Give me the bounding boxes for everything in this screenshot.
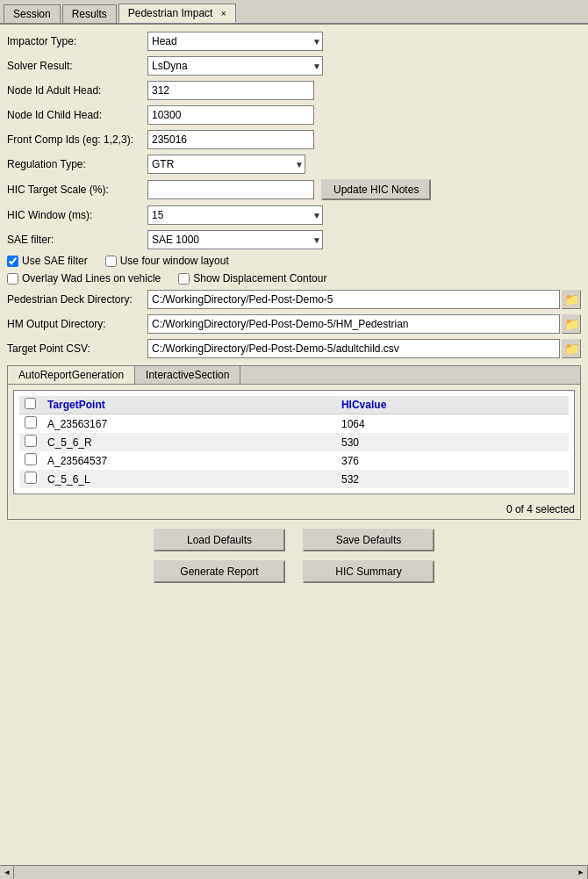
hm-output-input[interactable] — [147, 314, 560, 334]
target-point-cell: C_5_6_R — [42, 433, 336, 451]
row-checkbox-1[interactable] — [25, 435, 37, 447]
node-id-child-label: Node Id Child Head: — [7, 109, 147, 121]
overlay-wad-checkbox-item: Overlay Wad Lines on vehicle — [7, 272, 161, 285]
scroll-right-icon[interactable]: ► — [574, 866, 588, 880]
main-panel: Impactor Type: Head Leg Upper Leg ▼ Solv… — [0, 25, 588, 879]
hic-value-cell: 532 — [336, 470, 569, 488]
hm-output-row: HM Output Directory: 📁 — [7, 314, 581, 334]
target-csv-row: Target Point CSV: 📁 — [7, 339, 581, 358]
target-point-cell: A_23564537 — [42, 451, 336, 470]
hic-window-label: HIC Window (ms): — [7, 209, 147, 221]
solver-result-label: Solver Result: — [7, 60, 147, 72]
target-point-header: TargetPoint — [42, 396, 336, 414]
tab-bar: Session Results Pedestrian Impact × — [0, 0, 588, 25]
target-csv-label: Target Point CSV: — [7, 342, 147, 355]
use-sae-label: Use SAE filter — [22, 255, 88, 267]
hm-output-folder-button[interactable]: 📁 — [562, 314, 581, 334]
hic-value-cell: 376 — [336, 451, 569, 470]
select-all-checkbox[interactable] — [25, 398, 36, 409]
checkbox-row-1: Use SAE filter Use four window layout — [7, 255, 581, 267]
use-sae-checkbox-item: Use SAE filter — [7, 255, 88, 267]
generate-report-button[interactable]: Generate Report — [154, 560, 285, 583]
target-point-table: TargetPoint HICvalue A_23563167 1064 C_5… — [19, 396, 569, 488]
node-id-adult-label: Node Id Adult Head: — [7, 84, 147, 97]
table-row: A_23564537 376 — [19, 451, 569, 470]
ped-deck-folder-button[interactable]: 📁 — [562, 290, 581, 309]
target-csv-folder-button[interactable]: 📁 — [562, 339, 581, 358]
solver-result-select[interactable]: LsDyna Radioss Abaqus — [147, 56, 323, 76]
sae-filter-label: SAE filter: — [7, 234, 147, 246]
hm-output-label: HM Output Directory: — [7, 318, 147, 330]
hic-value-header: HICvalue — [336, 396, 569, 414]
four-window-checkbox-item: Use four window layout — [105, 255, 229, 267]
row-checkbox-2[interactable] — [25, 453, 37, 465]
ped-deck-label: Pedestrian Deck Directory: — [7, 293, 147, 306]
hic-window-select[interactable]: 15 36 — [147, 205, 323, 225]
front-comp-label: Front Comp Ids (eg: 1,2,3): — [7, 133, 147, 146]
hic-window-wrapper: 15 36 ▼ — [147, 205, 323, 225]
bottom-scrollbar: ◄ ► — [0, 865, 588, 879]
table-container: TargetPoint HICvalue A_23563167 1064 C_5… — [13, 390, 575, 494]
show-disp-label: Show Displacement Contour — [193, 272, 326, 285]
selected-count: 0 of 4 selected — [8, 500, 580, 519]
load-defaults-button[interactable]: Load Defaults — [154, 529, 285, 551]
overlay-wad-label: Overlay Wad Lines on vehicle — [22, 272, 161, 285]
overlay-wad-checkbox[interactable] — [7, 273, 18, 285]
show-disp-checkbox-item: Show Displacement Contour — [178, 272, 326, 285]
target-point-cell: C_5_6_L — [42, 470, 336, 488]
node-id-child-row: Node Id Child Head: — [7, 105, 581, 125]
impactor-type-row: Impactor Type: Head Leg Upper Leg ▼ — [7, 32, 581, 51]
front-comp-row: Front Comp Ids (eg: 1,2,3): — [7, 130, 581, 149]
section-tab-bar: AutoReportGeneration InteractiveSection — [8, 366, 580, 385]
solver-result-row: Solver Result: LsDyna Radioss Abaqus ▼ — [7, 56, 581, 76]
sae-filter-select[interactable]: SAE 1000 SAE 600 SAE 180 — [147, 230, 323, 249]
regulation-type-select[interactable]: GTR EURO NCAP FMVSS — [147, 155, 305, 174]
section-tabs-panel: AutoReportGeneration InteractiveSection … — [7, 365, 581, 520]
impactor-type-wrapper: Head Leg Upper Leg ▼ — [147, 32, 323, 51]
tab-results[interactable]: Results — [62, 4, 117, 23]
tab-interactive-section[interactable]: InteractiveSection — [135, 366, 240, 384]
close-tab-icon[interactable]: × — [221, 9, 226, 18]
scrollbar-track[interactable] — [14, 866, 574, 880]
node-id-child-input[interactable] — [147, 105, 314, 125]
table-row: C_5_6_R 530 — [19, 433, 569, 451]
row-checkbox-0[interactable] — [25, 416, 37, 429]
hic-target-input[interactable] — [147, 180, 314, 199]
hic-value-cell: 530 — [336, 433, 569, 451]
regulation-type-wrapper: GTR EURO NCAP FMVSS ▼ — [147, 155, 305, 174]
scroll-left-icon[interactable]: ◄ — [0, 866, 14, 880]
front-comp-input[interactable] — [147, 130, 314, 149]
show-disp-checkbox[interactable] — [178, 273, 190, 285]
hic-target-label: HIC Target Scale (%): — [7, 184, 147, 196]
table-row: C_5_6_L 532 — [19, 470, 569, 488]
regulation-type-row: Regulation Type: GTR EURO NCAP FMVSS ▼ — [7, 155, 581, 174]
four-window-label: Use four window layout — [120, 255, 229, 267]
sae-filter-row: SAE filter: SAE 1000 SAE 600 SAE 180 ▼ — [7, 230, 581, 249]
sae-filter-wrapper: SAE 1000 SAE 600 SAE 180 ▼ — [147, 230, 323, 249]
ped-deck-input[interactable] — [147, 290, 560, 309]
table-row: A_23563167 1064 — [19, 414, 569, 434]
hic-target-row: HIC Target Scale (%): Update HIC Notes — [7, 179, 581, 200]
target-point-cell: A_23563167 — [42, 414, 336, 434]
use-sae-checkbox[interactable] — [7, 256, 18, 267]
impactor-type-select[interactable]: Head Leg Upper Leg — [147, 32, 323, 51]
node-id-adult-input[interactable] — [147, 81, 314, 100]
hic-summary-button[interactable]: HIC Summary — [303, 560, 434, 583]
impactor-type-label: Impactor Type: — [7, 35, 147, 47]
hic-value-cell: 1064 — [336, 414, 569, 434]
update-hic-notes-button[interactable]: Update HIC Notes — [321, 179, 431, 200]
ped-deck-row: Pedestrian Deck Directory: 📁 — [7, 290, 581, 309]
bottom-buttons-row1: Load Defaults Save Defaults — [7, 529, 581, 551]
tab-auto-report[interactable]: AutoReportGeneration — [8, 366, 135, 384]
node-id-adult-row: Node Id Adult Head: — [7, 81, 581, 100]
target-csv-input[interactable] — [147, 339, 560, 358]
regulation-type-label: Regulation Type: — [7, 158, 147, 170]
four-window-checkbox[interactable] — [105, 256, 117, 267]
solver-result-wrapper: LsDyna Radioss Abaqus ▼ — [147, 56, 323, 76]
checkbox-row-2: Overlay Wad Lines on vehicle Show Displa… — [7, 272, 581, 285]
save-defaults-button[interactable]: Save Defaults — [303, 529, 434, 551]
row-checkbox-3[interactable] — [25, 472, 37, 484]
tab-pedestrian-impact[interactable]: Pedestrian Impact × — [118, 4, 236, 23]
tab-session[interactable]: Session — [4, 4, 61, 23]
bottom-buttons-row2: Generate Report HIC Summary — [7, 560, 581, 583]
